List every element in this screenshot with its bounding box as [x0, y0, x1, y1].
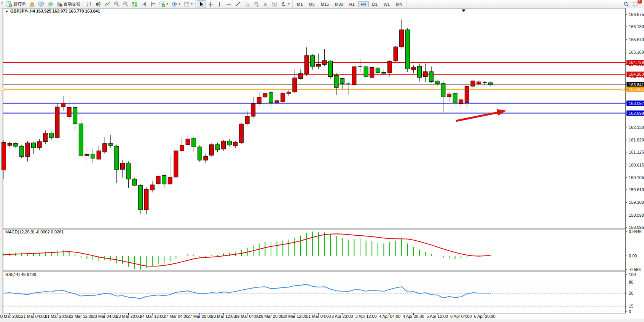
- candle-body[interactable]: [222, 141, 226, 149]
- candle-body[interactable]: [49, 133, 53, 138]
- candle-body[interactable]: [328, 61, 333, 76]
- candle-body[interactable]: [405, 30, 410, 69]
- candle-body[interactable]: [19, 146, 24, 157]
- text-tool-button[interactable]: A: [261, 0, 270, 8]
- candle-body[interactable]: [204, 157, 208, 160]
- candle-body[interactable]: [370, 67, 374, 77]
- candle-body[interactable]: [156, 176, 160, 184]
- candle-body[interactable]: [174, 151, 178, 177]
- tf-button-w1[interactable]: W1: [381, 1, 393, 7]
- candle-body[interactable]: [180, 145, 184, 151]
- candle-body[interactable]: [388, 61, 392, 73]
- candle-body[interactable]: [73, 107, 77, 124]
- line-chart-button[interactable]: [103, 0, 112, 8]
- candle-body[interactable]: [245, 116, 249, 124]
- candle-body[interactable]: [352, 67, 356, 85]
- candle-body[interactable]: [55, 107, 59, 137]
- candle-body[interactable]: [91, 154, 95, 158]
- candle-body[interactable]: [103, 144, 107, 152]
- candle-body[interactable]: [275, 101, 279, 103]
- tf-button-mn[interactable]: MN: [393, 1, 405, 7]
- tile-windows-button[interactable]: [130, 0, 139, 8]
- candle-body[interactable]: [435, 81, 439, 84]
- cursor-tool-button[interactable]: [197, 0, 206, 8]
- candle-body[interactable]: [121, 163, 125, 170]
- period-selector-button[interactable]: ▾: [170, 0, 182, 8]
- candle-body[interactable]: [67, 107, 71, 117]
- candle-body[interactable]: [37, 142, 41, 148]
- candle-body[interactable]: [465, 86, 469, 102]
- candle-body[interactable]: [322, 60, 327, 64]
- candle-body[interactable]: [215, 144, 220, 150]
- candle-body[interactable]: [316, 65, 320, 67]
- candle-body[interactable]: [489, 82, 493, 84]
- chart-shift-button[interactable]: [148, 0, 158, 8]
- candle-body[interactable]: [138, 185, 142, 210]
- candle-body[interactable]: [192, 138, 196, 147]
- new-order-button[interactable]: 新订单: [5, 0, 27, 8]
- candle-body[interactable]: [162, 175, 166, 184]
- candle-body[interactable]: [269, 92, 273, 103]
- candle-body[interactable]: [263, 94, 267, 97]
- candlestick-chart-button[interactable]: [94, 0, 103, 8]
- channel-tool-button[interactable]: E: [242, 0, 252, 8]
- candle-body[interactable]: [239, 124, 244, 143]
- template-button[interactable]: ▾: [182, 0, 194, 8]
- candle-body[interactable]: [132, 179, 137, 185]
- candle-body[interactable]: [311, 56, 315, 67]
- auto-scroll-button[interactable]: [139, 0, 148, 8]
- candle-body[interactable]: [257, 97, 261, 104]
- candle-body[interactable]: [126, 163, 131, 179]
- candle-body[interactable]: [441, 84, 445, 97]
- candle-body[interactable]: [251, 104, 255, 116]
- candle-body[interactable]: [304, 56, 309, 74]
- candle-body[interactable]: [26, 143, 30, 157]
- tf-button-m1[interactable]: M1: [294, 1, 305, 7]
- candle-body[interactable]: [364, 67, 368, 77]
- tf-button-h1[interactable]: H1: [346, 1, 357, 7]
- candle-body[interactable]: [198, 147, 202, 160]
- candle-body[interactable]: [477, 82, 481, 84]
- tf-button-d1[interactable]: D1: [370, 1, 380, 7]
- fibonacci-tool-button[interactable]: F: [252, 0, 261, 8]
- zoom-out-button[interactable]: [121, 0, 130, 8]
- candle-body[interactable]: [340, 79, 344, 84]
- hline-endpoint-right[interactable]: [622, 88, 624, 90]
- candle-body[interactable]: [334, 75, 338, 87]
- candle-body[interactable]: [287, 92, 291, 94]
- label-tool-button[interactable]: T: [270, 0, 279, 8]
- tf-button-h4[interactable]: H4: [358, 1, 369, 7]
- candle-body[interactable]: [418, 67, 422, 78]
- candle-body[interactable]: [61, 103, 65, 107]
- candle-body[interactable]: [14, 143, 18, 146]
- candle-body[interactable]: [233, 142, 238, 146]
- zoom-in-button[interactable]: [112, 0, 121, 8]
- arrows-tool-button[interactable]: ▾: [279, 0, 291, 8]
- candle-body[interactable]: [8, 143, 12, 145]
- candle-body[interactable]: [447, 94, 451, 97]
- candle-body[interactable]: [429, 71, 434, 81]
- candle-body[interactable]: [32, 143, 36, 148]
- candle-body[interactable]: [400, 30, 404, 47]
- chat-button[interactable]: 1: [631, 0, 640, 8]
- candle-body[interactable]: [43, 133, 48, 142]
- crosshair-tool-button[interactable]: [206, 0, 215, 8]
- tf-button-m5[interactable]: M5: [306, 1, 317, 7]
- candle-body[interactable]: [453, 93, 457, 103]
- candle-body[interactable]: [382, 72, 386, 73]
- candle-body[interactable]: [459, 100, 463, 103]
- tf-button-m30[interactable]: M30: [332, 1, 346, 7]
- candle-body[interactable]: [2, 142, 6, 170]
- candle-body[interactable]: [471, 81, 475, 86]
- candle-body[interactable]: [85, 154, 89, 156]
- market-watch-button[interactable]: [37, 0, 46, 8]
- candle-body[interactable]: [186, 139, 190, 144]
- candle-body[interactable]: [299, 74, 303, 79]
- candle-body[interactable]: [227, 141, 231, 145]
- new-chart-button[interactable]: ▾: [158, 0, 170, 8]
- navigator-button[interactable]: [46, 0, 55, 8]
- macd-panel[interactable]: [3, 229, 626, 271]
- candle-body[interactable]: [168, 177, 172, 184]
- bar-chart-button[interactable]: [84, 0, 94, 8]
- candle-body[interactable]: [281, 93, 285, 102]
